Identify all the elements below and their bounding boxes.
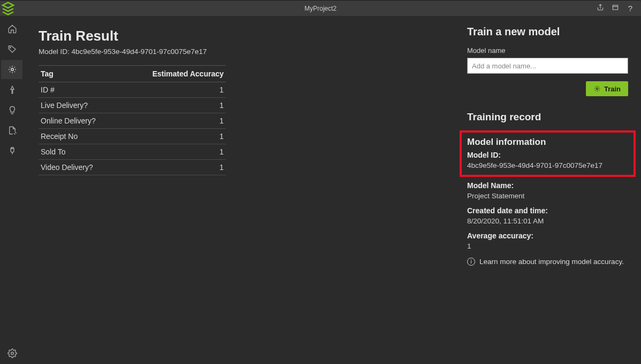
titlebar: MyProject2 ? <box>0 0 641 16</box>
model-id-label: Model ID: <box>39 48 70 56</box>
table-row: Online Delivery?1 <box>39 113 226 129</box>
table-row: Sold To1 <box>39 144 226 160</box>
window-icon[interactable] <box>610 4 621 13</box>
train-heading: Train a new model <box>467 26 628 38</box>
col-accuracy: Estimated Accuracy <box>121 66 226 82</box>
sidebar <box>0 16 24 364</box>
main-content: Train Result Model ID: 4bc9e5fe-953e-49d… <box>24 16 455 364</box>
nav-compose[interactable] <box>1 80 22 99</box>
model-name-label: Model name <box>467 47 628 55</box>
col-tag: Tag <box>39 66 121 82</box>
nav-settings[interactable] <box>1 344 22 363</box>
learn-more-text: Learn more about improving model accurac… <box>479 258 624 266</box>
right-panel: Train a new model Model name Train Train… <box>455 16 641 364</box>
window-title: MyProject2 <box>0 5 641 12</box>
result-table: Tag Estimated Accuracy ID #1 Live Delive… <box>39 65 226 175</box>
gear-small-icon <box>593 85 601 92</box>
model-id-line: Model ID: 4bc9e5fe-953e-49d4-9701-97c007… <box>39 48 440 56</box>
svg-point-3 <box>11 352 14 355</box>
info-created-value: 8/20/2020, 11:51:01 AM <box>467 217 628 225</box>
table-row: Video Delivery?1 <box>39 160 226 175</box>
nav-document[interactable] <box>1 121 22 140</box>
help-icon[interactable]: ? <box>625 4 636 13</box>
nav-tags[interactable] <box>1 40 22 59</box>
model-info-highlight: Model information Model ID: 4bc9e5fe-953… <box>460 130 636 177</box>
training-record-heading: Training record <box>467 111 628 123</box>
nav-train[interactable] <box>1 60 22 79</box>
model-id-value: 4bc9e5fe-953e-49d4-9701-97c0075e7e17 <box>72 48 207 56</box>
model-name-input[interactable] <box>467 58 628 74</box>
train-button[interactable]: Train <box>586 81 628 96</box>
info-model-id-label: Model ID: <box>467 151 628 159</box>
table-row: Live Delivery?1 <box>39 98 226 113</box>
info-avgacc-value: 1 <box>467 242 628 250</box>
nav-idea[interactable] <box>1 100 22 120</box>
table-row: Receipt No1 <box>39 129 226 144</box>
svg-point-1 <box>10 47 11 48</box>
info-model-name-value: Project Statement <box>467 192 628 200</box>
svg-point-4 <box>596 88 598 90</box>
learn-more-link[interactable]: i Learn more about improving model accur… <box>467 258 628 266</box>
info-model-id-value: 4bc9e5fe-953e-49d4-9701-97c0075e7e17 <box>467 161 628 169</box>
page-title: Train Result <box>39 28 440 44</box>
share-icon[interactable] <box>595 4 606 13</box>
svg-rect-0 <box>613 5 617 10</box>
info-icon: i <box>467 258 475 266</box>
table-row: ID #1 <box>39 82 226 98</box>
nav-home[interactable] <box>1 19 22 38</box>
model-info-heading: Model information <box>467 137 628 148</box>
info-model-name-label: Model Name: <box>467 181 628 190</box>
app-logo-icon <box>0 1 16 17</box>
svg-point-2 <box>11 68 14 71</box>
nav-connect[interactable] <box>1 141 22 160</box>
info-avgacc-label: Average accuracy: <box>467 231 628 240</box>
train-button-label: Train <box>604 85 621 93</box>
info-created-label: Created date and time: <box>467 206 628 215</box>
